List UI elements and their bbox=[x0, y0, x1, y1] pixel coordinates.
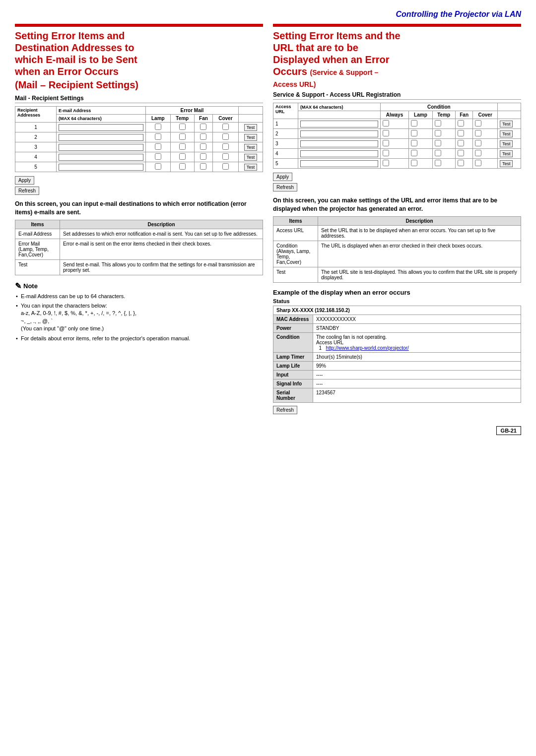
temp-checkbox-r-1[interactable] bbox=[435, 120, 441, 126]
left-refresh-button[interactable]: Refresh bbox=[15, 187, 39, 195]
fan-check-4[interactable] bbox=[194, 152, 212, 162]
access-url-field-3[interactable] bbox=[300, 140, 378, 147]
lamp-check-5[interactable] bbox=[146, 162, 170, 172]
fan-check-3[interactable] bbox=[194, 142, 212, 152]
temp-check-5[interactable] bbox=[170, 162, 194, 172]
test-cell-r-4[interactable]: Test bbox=[497, 149, 521, 159]
email-input-4[interactable] bbox=[57, 152, 146, 162]
test-button-2[interactable]: Test bbox=[244, 134, 258, 141]
cover-checkbox-1[interactable] bbox=[222, 124, 229, 130]
lamp-checkbox-r-3[interactable] bbox=[411, 140, 417, 146]
access-url-input-4[interactable] bbox=[298, 149, 381, 159]
access-url-input-2[interactable] bbox=[298, 129, 381, 139]
fan-checkbox-4[interactable] bbox=[200, 153, 206, 160]
always-checkbox-4[interactable] bbox=[383, 150, 389, 156]
cover-checkbox-r-4[interactable] bbox=[475, 150, 481, 156]
fan-check-r-2[interactable] bbox=[455, 129, 472, 139]
email-field-5[interactable] bbox=[59, 164, 143, 171]
cover-check-1[interactable] bbox=[213, 123, 239, 132]
fan-checkbox-3[interactable] bbox=[200, 143, 206, 150]
lamp-check-4[interactable] bbox=[146, 152, 170, 162]
cover-check-r-3[interactable] bbox=[473, 139, 498, 149]
always-check-1[interactable] bbox=[380, 119, 409, 129]
lamp-checkbox-3[interactable] bbox=[155, 143, 161, 150]
fan-check-r-3[interactable] bbox=[455, 139, 472, 149]
lamp-check-r-4[interactable] bbox=[409, 149, 432, 159]
temp-checkbox-5[interactable] bbox=[179, 163, 186, 170]
cover-checkbox-r-1[interactable] bbox=[475, 120, 481, 126]
cover-check-r-1[interactable] bbox=[473, 119, 498, 129]
test-cell-3[interactable]: Test bbox=[238, 142, 263, 152]
cover-checkbox-r-2[interactable] bbox=[475, 130, 481, 136]
temp-check-2[interactable] bbox=[170, 132, 194, 142]
lamp-checkbox-r-2[interactable] bbox=[411, 130, 417, 136]
fan-checkbox-1[interactable] bbox=[200, 124, 206, 130]
right-apply-button[interactable]: Apply bbox=[273, 173, 292, 181]
fan-check-r-4[interactable] bbox=[455, 149, 472, 159]
access-url-input-1[interactable] bbox=[298, 119, 381, 129]
temp-check-r-5[interactable] bbox=[432, 159, 455, 169]
fan-checkbox-r-4[interactable] bbox=[458, 150, 464, 156]
test-cell-2[interactable]: Test bbox=[238, 132, 263, 142]
temp-check-1[interactable] bbox=[170, 123, 194, 132]
fan-check-r-1[interactable] bbox=[455, 119, 472, 129]
email-field-3[interactable] bbox=[59, 144, 143, 151]
lamp-check-2[interactable] bbox=[146, 132, 170, 142]
lamp-checkbox-2[interactable] bbox=[155, 133, 161, 140]
lamp-checkbox-5[interactable] bbox=[155, 163, 161, 170]
lamp-checkbox-r-5[interactable] bbox=[411, 160, 417, 166]
temp-checkbox-2[interactable] bbox=[179, 133, 186, 140]
fan-check-r-5[interactable] bbox=[455, 159, 472, 169]
test-cell-r-3[interactable]: Test bbox=[497, 139, 521, 149]
cover-check-3[interactable] bbox=[213, 142, 239, 152]
fan-checkbox-r-5[interactable] bbox=[458, 160, 464, 166]
cover-check-2[interactable] bbox=[213, 132, 239, 142]
temp-check-r-1[interactable] bbox=[432, 119, 455, 129]
lamp-checkbox-r-4[interactable] bbox=[411, 150, 417, 156]
email-field-2[interactable] bbox=[59, 134, 143, 141]
fan-checkbox-r-3[interactable] bbox=[458, 140, 464, 146]
cover-check-r-4[interactable] bbox=[473, 149, 498, 159]
email-field-4[interactable] bbox=[59, 154, 143, 161]
test-button-3[interactable]: Test bbox=[244, 144, 258, 151]
test-button-4[interactable]: Test bbox=[244, 154, 258, 161]
access-url-field-1[interactable] bbox=[300, 121, 378, 127]
access-url-field-4[interactable] bbox=[300, 150, 378, 157]
fan-check-1[interactable] bbox=[194, 123, 212, 132]
cover-check-5[interactable] bbox=[213, 162, 239, 172]
access-url-link[interactable]: http://www.sharp-world.com/projector/ bbox=[326, 345, 408, 351]
cover-checkbox-4[interactable] bbox=[222, 153, 229, 160]
cover-checkbox-r-5[interactable] bbox=[475, 160, 481, 166]
access-url-field-2[interactable] bbox=[300, 130, 378, 137]
test-button-r-4[interactable]: Test bbox=[500, 150, 513, 157]
cover-checkbox-5[interactable] bbox=[222, 163, 229, 170]
temp-checkbox-1[interactable] bbox=[179, 124, 186, 130]
temp-checkbox-r-4[interactable] bbox=[435, 150, 441, 156]
fan-checkbox-r-2[interactable] bbox=[458, 130, 464, 136]
email-input-5[interactable] bbox=[57, 162, 146, 172]
test-cell-1[interactable]: Test bbox=[238, 123, 263, 132]
fan-check-5[interactable] bbox=[194, 162, 212, 172]
test-button-r-3[interactable]: Test bbox=[500, 140, 513, 147]
always-checkbox-5[interactable] bbox=[383, 160, 389, 166]
temp-checkbox-r-3[interactable] bbox=[435, 140, 441, 146]
email-input-1[interactable] bbox=[57, 123, 146, 132]
access-url-field-5[interactable] bbox=[300, 160, 378, 167]
cover-check-r-2[interactable] bbox=[473, 129, 498, 139]
fan-checkbox-5[interactable] bbox=[200, 163, 206, 170]
test-cell-r-5[interactable]: Test bbox=[497, 159, 521, 169]
always-check-4[interactable] bbox=[380, 149, 409, 159]
cover-checkbox-r-3[interactable] bbox=[475, 140, 481, 146]
always-checkbox-1[interactable] bbox=[383, 120, 389, 126]
always-check-3[interactable] bbox=[380, 139, 409, 149]
temp-check-3[interactable] bbox=[170, 142, 194, 152]
cover-checkbox-3[interactable] bbox=[222, 143, 229, 150]
lamp-check-1[interactable] bbox=[146, 123, 170, 132]
cover-check-4[interactable] bbox=[213, 152, 239, 162]
lamp-check-r-1[interactable] bbox=[409, 119, 432, 129]
temp-checkbox-3[interactable] bbox=[179, 143, 186, 150]
test-cell-4[interactable]: Test bbox=[238, 152, 263, 162]
cover-check-r-5[interactable] bbox=[473, 159, 498, 169]
temp-check-r-2[interactable] bbox=[432, 129, 455, 139]
test-button-5[interactable]: Test bbox=[244, 164, 258, 171]
